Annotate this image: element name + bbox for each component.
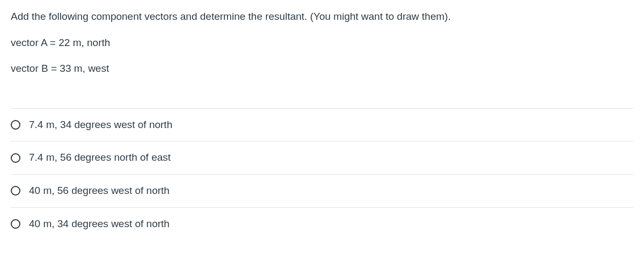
options-list: 7.4 m, 34 degrees west of north 7.4 m, 5… <box>11 108 633 231</box>
radio-icon[interactable] <box>11 153 20 163</box>
option-row[interactable]: 40 m, 34 degrees west of north <box>11 207 633 231</box>
question-block: Add the following component vectors and … <box>11 10 633 76</box>
radio-icon[interactable] <box>11 120 20 130</box>
option-label: 7.4 m, 56 degrees north of east <box>29 151 171 165</box>
option-label: 40 m, 56 degrees west of north <box>29 184 170 198</box>
option-label: 40 m, 34 degrees west of north <box>29 217 170 231</box>
option-label: 7.4 m, 34 degrees west of north <box>29 118 172 132</box>
option-row[interactable]: 7.4 m, 56 degrees north of east <box>11 141 633 174</box>
option-row[interactable]: 7.4 m, 34 degrees west of north <box>11 108 633 141</box>
vector-b-text: vector B = 33 m, west <box>11 62 633 76</box>
radio-icon[interactable] <box>11 219 20 229</box>
option-row[interactable]: 40 m, 56 degrees west of north <box>11 174 633 207</box>
radio-icon[interactable] <box>11 186 20 196</box>
vector-a-text: vector A = 22 m, north <box>11 36 633 50</box>
question-prompt: Add the following component vectors and … <box>11 10 633 24</box>
